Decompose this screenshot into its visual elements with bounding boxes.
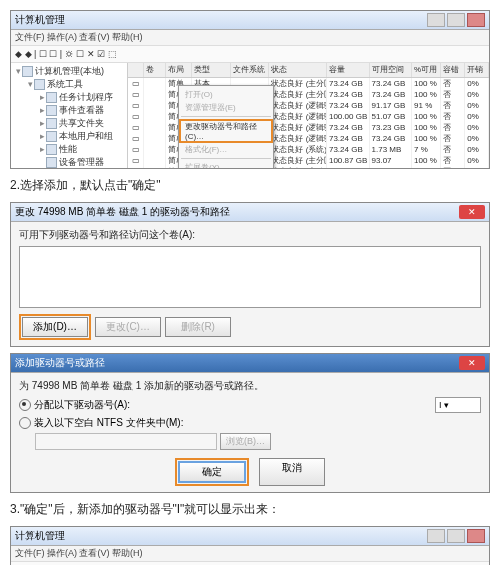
change-button: 更改(C)… <box>95 317 161 337</box>
computer-management-window-2: 计算机管理 文件(F) 操作(A) 查看(V) 帮助(H) ◆ ◆ | ☐ ☐ … <box>10 526 490 565</box>
dialog1-titlebar: 更改 74998 MB 简单卷 磁盘 1 的驱动器号和路径 ✕ <box>11 203 489 222</box>
context-menu[interactable]: 打开(O) 资源管理器(E) 更改驱动器号和路径(C)… 格式化(F)… 扩展卷… <box>178 85 274 168</box>
ok-button[interactable]: 确定 <box>178 461 246 483</box>
dialog1-title: 更改 74998 MB 简单卷 磁盘 1 的驱动器号和路径 <box>15 203 230 221</box>
step-3-text: 3."确定"后，新添加的驱动器号"I"就可以显示出来： <box>10 501 490 518</box>
titlebar: 计算机管理 <box>11 527 489 546</box>
change-drive-letter-dialog: 更改 74998 MB 简单卷 磁盘 1 的驱动器号和路径 ✕ 可用下列驱动器号… <box>10 202 490 347</box>
close-icon[interactable]: ✕ <box>459 356 485 370</box>
volume-table[interactable]: 卷 布局 类型 文件系统 状态 容量 可用空间 %可用 容错 开销 ▭简单基本状… <box>128 63 489 168</box>
radio2-label: 装入以下空白 NTFS 文件夹中(M): <box>34 416 183 430</box>
dialog2-titlebar: 添加驱动器号或路径 ✕ <box>11 354 489 373</box>
ctx-change-drive-letter[interactable]: 更改驱动器号和路径(C)… <box>179 119 273 143</box>
path-listbox[interactable] <box>19 246 481 308</box>
cancel-button[interactable]: 取消 <box>259 458 325 486</box>
ctx-format: 格式化(F)… <box>179 143 273 156</box>
browse-button: 浏览(B)… <box>220 433 271 450</box>
close-icon[interactable]: ✕ <box>459 205 485 219</box>
menubar[interactable]: 文件(F) 操作(A) 查看(V) 帮助(H) <box>11 546 489 562</box>
step-2-text: 2.选择添加，默认点击"确定" <box>10 177 490 194</box>
window-title: 计算机管理 <box>15 11 65 29</box>
window-controls[interactable] <box>427 529 485 543</box>
folder-path-input <box>35 433 217 450</box>
ctx-extend: 扩展卷(X)… <box>179 161 273 168</box>
toolbar[interactable]: ◆ ◆ | ☐ ☐ | ⛭ ☐ ✕ ☑ ⬚ <box>11 46 489 63</box>
dialog2-header: 为 74998 MB 简单卷 磁盘 1 添加新的驱动器号或路径。 <box>19 379 481 393</box>
radio-assign-letter[interactable] <box>19 399 31 411</box>
add-button[interactable]: 添加(D)… <box>22 317 88 337</box>
remove-button: 删除(R) <box>165 317 231 337</box>
menubar[interactable]: 文件(F) 操作(A) 查看(V) 帮助(H) <box>11 30 489 46</box>
window-controls[interactable] <box>427 13 485 27</box>
computer-management-window: 计算机管理 文件(F) 操作(A) 查看(V) 帮助(H) ◆ ◆ | ☐ ☐ … <box>10 10 490 169</box>
ctx-open: 打开(O) <box>179 88 273 101</box>
radio-mount-folder[interactable] <box>19 417 31 429</box>
dialog2-title: 添加驱动器号或路径 <box>15 354 105 372</box>
window-title: 计算机管理 <box>15 527 65 545</box>
radio1-label: 分配以下驱动器号(A): <box>34 398 130 412</box>
titlebar: 计算机管理 <box>11 11 489 30</box>
ctx-explorer: 资源管理器(E) <box>179 101 273 114</box>
drive-letter-select[interactable]: I ▾ <box>435 397 481 413</box>
add-drive-letter-dialog: 添加驱动器号或路径 ✕ 为 74998 MB 简单卷 磁盘 1 添加新的驱动器号… <box>10 353 490 493</box>
dialog1-text: 可用下列驱动器号和路径访问这个卷(A): <box>19 228 481 242</box>
nav-tree[interactable]: ▾计算机管理(本地) ▾系统工具 ▸任务计划程序 ▸事件查看器 ▸共享文件夹 ▸… <box>11 63 128 168</box>
